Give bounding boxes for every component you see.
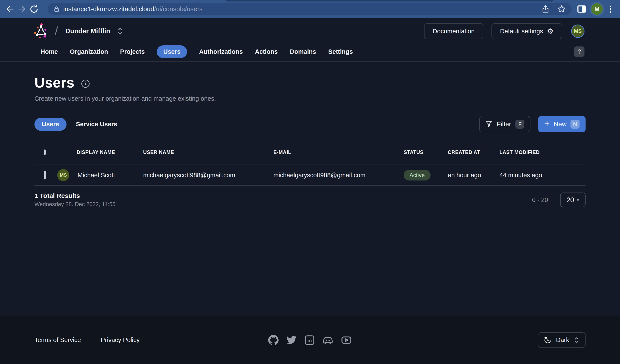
page-range: 0 - 20 <box>532 197 548 203</box>
nav-item-projects[interactable]: Projects <box>120 46 145 58</box>
bookmark-star-icon[interactable] <box>557 4 566 14</box>
browser-profile-avatar[interactable]: M <box>591 3 603 15</box>
svg-text:in: in <box>308 338 312 343</box>
user-avatar[interactable]: MS <box>571 25 585 38</box>
github-icon[interactable] <box>268 335 279 346</box>
lock-icon <box>53 6 60 12</box>
row-checkbox[interactable] <box>44 171 46 180</box>
url-path: /ui/console/users <box>154 5 202 13</box>
main-nav: Home Organization Projects Users Authori… <box>0 42 620 61</box>
nav-item-users[interactable]: Users <box>157 46 187 58</box>
col-email[interactable]: E-MAIL <box>273 150 404 155</box>
org-name[interactable]: Dunder Mifflin <box>65 27 110 35</box>
tab-service-users[interactable]: Service Users <box>76 118 117 131</box>
total-results: 1 Total Results <box>34 192 115 199</box>
address-bar[interactable]: instance1-dkmnzw.zitadel.cloud/ui/consol… <box>48 3 572 15</box>
zitadel-logo-icon[interactable] <box>32 22 50 40</box>
new-shortcut-badge: N <box>571 120 580 129</box>
documentation-label: Documentation <box>433 28 475 35</box>
documentation-button[interactable]: Documentation <box>424 23 483 39</box>
org-switcher-icon[interactable] <box>117 27 124 36</box>
breadcrumb-separator: / <box>55 24 58 38</box>
filter-label: Filter <box>497 121 511 128</box>
page-size-select[interactable]: 20 ▾ <box>560 193 586 207</box>
new-button[interactable]: + New N <box>538 116 586 132</box>
col-display-name[interactable]: DISPLAY NAME <box>56 150 143 155</box>
users-toolbar: Users Service Users Filter F + New N <box>34 116 586 132</box>
share-icon[interactable] <box>541 5 550 13</box>
filter-shortcut-badge: F <box>515 120 525 129</box>
status-badge: Active <box>404 170 431 181</box>
cell-last-modified: 44 minutes ago <box>499 172 586 179</box>
filter-button[interactable]: Filter F <box>479 116 531 132</box>
col-created-at[interactable]: CREATED AT <box>448 150 499 155</box>
col-last-modified[interactable]: LAST MODIFIED <box>499 150 586 155</box>
gear-icon: ⚙ <box>547 28 554 35</box>
youtube-icon[interactable] <box>341 334 352 346</box>
forward-icon[interactable] <box>16 3 28 15</box>
console-header: / Dunder Mifflin Documentation Default s… <box>0 18 620 42</box>
social-links: in <box>268 334 352 346</box>
default-settings-label: Default settings <box>500 28 543 35</box>
nav-item-organization[interactable]: Organization <box>70 46 108 58</box>
users-table: DISPLAY NAME USER NAME E-MAIL STATUS CRE… <box>34 140 586 208</box>
tab-users[interactable]: Users <box>34 118 66 131</box>
page-footer: Terms of Service Privacy Policy in Dark <box>0 316 620 364</box>
page-title: Users <box>34 75 75 91</box>
linkedin-icon[interactable]: in <box>304 335 315 346</box>
nav-item-domains[interactable]: Domains <box>290 46 316 58</box>
info-icon[interactable]: i <box>81 80 90 88</box>
nav-item-home[interactable]: Home <box>40 46 58 58</box>
cell-user-name: michaelgaryscott988@gmail.com <box>143 172 273 179</box>
row-avatar: MS <box>57 169 69 181</box>
table-row[interactable]: MS Michael Scott michaelgaryscott988@gma… <box>34 165 586 186</box>
nav-item-settings[interactable]: Settings <box>328 46 353 58</box>
chevron-down-icon: ▾ <box>577 197 579 203</box>
privacy-policy-link[interactable]: Privacy Policy <box>101 336 140 344</box>
url-host: instance1-dkmnzw.zitadel.cloud <box>63 5 154 13</box>
default-settings-button[interactable]: Default settings ⚙ <box>492 23 562 39</box>
new-label: New <box>554 121 567 128</box>
refresh-icon[interactable] <box>28 3 40 15</box>
page-description: Create new users in your organization an… <box>34 95 586 102</box>
cell-email: michaelgaryscott988@gmail.com <box>273 172 404 179</box>
discord-icon[interactable] <box>322 334 333 346</box>
browser-toolbar: instance1-dkmnzw.zitadel.cloud/ui/consol… <box>0 0 620 18</box>
col-user-name[interactable]: USER NAME <box>143 150 273 155</box>
theme-label: Dark <box>556 336 569 344</box>
page-size-value: 20 <box>566 196 574 204</box>
terms-of-service-link[interactable]: Terms of Service <box>34 336 81 344</box>
select-all-checkbox[interactable] <box>44 150 46 155</box>
theme-selector[interactable]: Dark <box>538 332 586 348</box>
twitter-icon[interactable] <box>286 335 297 346</box>
side-panel-icon[interactable] <box>576 3 588 15</box>
browser-menu-icon[interactable] <box>606 6 615 13</box>
results-timestamp: Wednesday 28. Dec 2022, 11:55 <box>34 201 115 208</box>
help-button[interactable]: ? <box>574 46 585 57</box>
col-status[interactable]: STATUS <box>404 150 448 155</box>
table-footer: 1 Total Results Wednesday 28. Dec 2022, … <box>34 192 586 208</box>
back-icon[interactable] <box>4 3 16 15</box>
filter-funnel-icon <box>485 121 493 128</box>
main-content: Users i Create new users in your organiz… <box>0 75 620 208</box>
moon-icon <box>543 336 552 344</box>
nav-item-actions[interactable]: Actions <box>255 46 278 58</box>
cell-created-at: an hour ago <box>448 172 499 179</box>
cell-display-name: Michael Scott <box>78 172 115 179</box>
theme-switcher-icon <box>574 336 580 345</box>
nav-item-authorizations[interactable]: Authorizations <box>199 46 243 58</box>
table-header-row: DISPLAY NAME USER NAME E-MAIL STATUS CRE… <box>34 140 586 165</box>
